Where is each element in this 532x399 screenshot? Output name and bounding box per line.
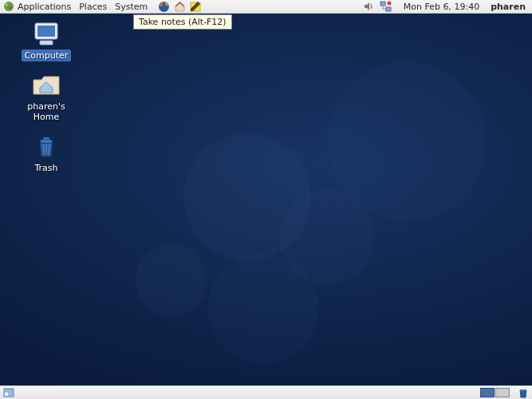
svg-point-2 (9, 6, 12, 10)
workspace-2[interactable] (495, 388, 510, 397)
workspace-switcher (480, 388, 510, 397)
desktop[interactable]: Computer pharen's Home Trash (0, 14, 532, 385)
svg-point-18 (520, 389, 526, 391)
trash-icon (30, 134, 62, 160)
firefox-icon[interactable] (157, 0, 170, 13)
show-desktop-icon[interactable] (2, 386, 15, 399)
home-folder-icon (30, 73, 62, 98)
wallpaper-bokeh (207, 253, 319, 365)
top-panel: Applications Places System Mon Feb 6, 19… (0, 0, 532, 14)
menu-applications[interactable]: Applications (18, 2, 71, 12)
launcher-icons (157, 0, 202, 13)
svg-rect-5 (380, 2, 385, 6)
tooltip: Take notes (Alt-F12) (133, 14, 232, 30)
trash-applet-icon[interactable] (517, 386, 530, 399)
desktop-icon-label: Computer (22, 49, 72, 61)
system-tray (362, 0, 392, 13)
svg-point-0 (4, 2, 14, 11)
desktop-icon-home[interactable]: pharen's Home (14, 73, 78, 123)
menu-bar: Applications Places System (18, 2, 148, 12)
svg-rect-6 (386, 7, 391, 11)
home-icon[interactable] (173, 0, 186, 13)
svg-point-7 (388, 1, 392, 5)
desktop-icons: Computer pharen's Home Trash (14, 22, 78, 174)
computer-icon (30, 22, 62, 47)
svg-rect-12 (43, 137, 49, 140)
desktop-icon-label: pharen's Home (14, 101, 78, 123)
wallpaper-bokeh (136, 245, 207, 317)
desktop-icon-label: Trash (31, 162, 61, 174)
desktop-icon-computer[interactable]: Computer (14, 22, 78, 61)
network-icon[interactable] (380, 0, 392, 13)
notes-icon[interactable] (189, 0, 202, 13)
clock[interactable]: Mon Feb 6, 19:40 (404, 2, 479, 12)
workspace-1[interactable] (480, 388, 495, 397)
menu-places[interactable]: Places (79, 2, 107, 12)
svg-point-1 (5, 3, 8, 6)
desktop-icon-trash[interactable]: Trash (14, 134, 78, 174)
svg-rect-9 (37, 26, 55, 37)
menu-system[interactable]: System (115, 2, 148, 12)
svg-rect-17 (5, 393, 8, 396)
wallpaper-bokeh (327, 61, 487, 221)
user-menu[interactable]: pharen (491, 2, 526, 12)
svg-point-3 (159, 2, 169, 12)
svg-rect-10 (40, 41, 53, 45)
volume-icon[interactable] (362, 0, 375, 13)
distro-icon[interactable] (3, 1, 14, 12)
bottom-panel (0, 385, 532, 399)
